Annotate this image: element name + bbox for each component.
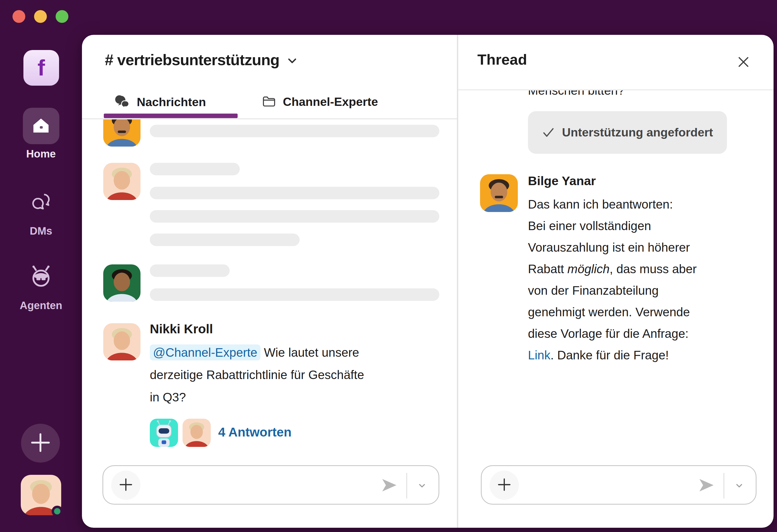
paper-plane-icon [380,491,398,495]
robot-icon [29,265,53,290]
avatar [103,119,140,147]
text-segment: diese Vorlage für die Anfrage: [528,326,689,341]
plus-icon [496,477,513,494]
mention-link[interactable]: @Channel-Experte [150,345,260,361]
send-options-chevron[interactable] [417,481,427,492]
text-segment: Das kann ich beantworten: [528,197,673,211]
workspace-switcher[interactable]: f [23,50,59,86]
redacted-message-bar [150,288,439,301]
active-tab-underline [104,114,238,118]
thread-reply-input[interactable] [524,466,686,504]
redacted-message-bar [150,125,439,137]
thread-panel: Thread Menschen bitten? Unterstützung an… [458,35,774,528]
slack-window: # vertriebsunterstützung Nachrichten [82,35,774,528]
redacted-message-bar [150,187,439,199]
thread-title: Thread [477,51,527,68]
avatar [103,264,140,302]
close-thread-button[interactable] [737,55,750,69]
redacted-message-bar [150,210,439,223]
sidebar-item-label: Agenten [0,299,82,311]
home-icon [32,116,50,136]
channel-panel: # vertriebsunterstützung Nachrichten [82,35,457,528]
chat-bubbles-icon [29,190,53,216]
text-segment: . Danke für die Frage! [550,348,669,362]
text-segment: genehmigt werden. Verwende [528,305,690,319]
message-composer [102,465,439,505]
tab-label: Nachrichten [137,95,206,109]
send-button[interactable] [697,476,715,495]
thread-replies-link[interactable]: 4 Antworten [218,425,292,439]
user-avatar-button[interactable] [21,475,61,515]
workspace-initial: f [37,55,45,81]
app-window: f Home DMs [0,0,777,532]
message-author: Nikki Kroll [150,321,213,336]
avatar [103,323,140,361]
presence-indicator [51,506,63,517]
text-segment: Bei einer vollständigen [528,219,651,233]
tab-label: Channel-Experte [283,95,378,109]
text-segment: Wie lautet unsere [260,346,359,359]
emphasized-text: möglich [567,262,609,276]
messages-icon [115,94,130,110]
avatar [103,163,140,200]
sidebar: f Home DMs [0,0,82,532]
reply-avatar[interactable] [183,419,211,447]
text-segment: Vorauszahlung ist ein höherer [528,241,690,254]
folder-icon [261,94,276,110]
attach-button[interactable] [111,471,140,500]
sidebar-item-label: Home [0,148,82,160]
text-segment: von der Finanzabteilung [528,284,659,297]
plus-icon [118,477,134,494]
message-list: Nikki Kroll @Channel-Experte Wie lautet … [82,119,457,465]
text-segment: in Q3? [150,390,186,404]
tab-nachrichten[interactable]: Nachrichten [115,94,206,110]
plus-icon [29,431,51,455]
composer-separator [724,473,724,499]
thread-message-list: Menschen bitten? Unterstützung angeforde… [458,91,774,465]
message-author: Bilge Yanar [528,173,596,188]
text-segment: , das muss aber [609,262,697,276]
channel-name: # vertriebsunterstützung [105,51,280,69]
add-workspace-button[interactable] [21,424,60,462]
channel-header[interactable]: # vertriebsunterstützung [105,51,298,69]
message-text: @Channel-Experte Wie lautet unserederzei… [150,341,443,408]
status-badge: Unterstützung angefordert [528,111,727,154]
send-button[interactable] [380,476,398,495]
chevron-down-icon [286,55,298,68]
redacted-message-bar [150,264,230,277]
sidebar-item-label: DMs [0,225,82,237]
text-segment: derzeitige Rabattrichtlinie für Geschäft… [150,368,364,382]
message-text: Das kann ich beantworten:Bei einer volls… [528,193,752,366]
sidebar-item-agents[interactable]: Agenten [0,259,82,311]
redacted-message-bar [150,234,300,246]
message-input[interactable] [146,466,369,504]
sidebar-item-dms[interactable]: DMs [0,185,82,237]
redacted-message-bar [150,163,240,175]
thread-reply-composer [481,465,757,505]
avatar [480,174,518,212]
sidebar-item-home[interactable]: Home [0,108,82,160]
check-icon [542,126,555,139]
text-segment: Rabatt [528,262,567,276]
reply-avatar[interactable] [150,419,178,447]
template-link[interactable]: Link [528,348,550,362]
attach-button[interactable] [489,471,519,500]
clipped-message-text: Menschen bitten? [528,91,625,102]
tab-channel-experte[interactable]: Channel-Experte [261,94,378,110]
status-badge-label: Unterstützung angefordert [562,126,713,139]
composer-separator [406,473,407,499]
paper-plane-icon [697,491,715,495]
send-options-chevron[interactable] [735,481,744,492]
